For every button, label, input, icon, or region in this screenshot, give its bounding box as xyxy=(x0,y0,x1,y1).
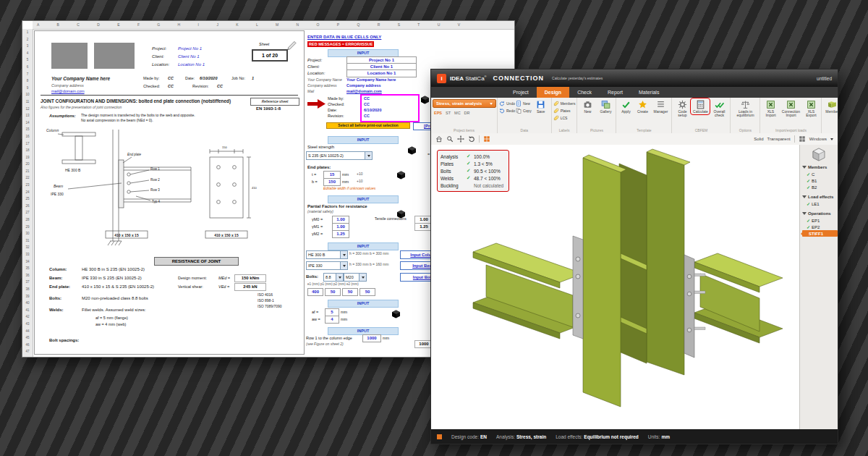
plate-width-input[interactable]: 150 xyxy=(323,178,341,186)
mode-eps[interactable]: EPS xyxy=(434,111,442,115)
view-toolbar: Solid Transparent Windows xyxy=(431,133,838,145)
gallery-button[interactable]: Gallery xyxy=(597,99,614,114)
tag-icon xyxy=(553,108,559,114)
row1-edge-input[interactable]: 1000 xyxy=(362,334,381,342)
tree-item-member-c[interactable]: ✓C xyxy=(800,171,838,177)
overall-check-button[interactable]: Overall check xyxy=(710,99,728,118)
company-address-input[interactable]: Company address xyxy=(346,83,381,88)
solid-view-button[interactable]: Solid xyxy=(754,137,763,141)
scales-icon xyxy=(741,100,750,109)
spacing-2-input[interactable]: 50 xyxy=(325,288,341,296)
plates-labels-toggle[interactable]: Plates xyxy=(553,108,576,114)
ribbon: Stress, strain analysis EPS ST MC DR Pro… xyxy=(431,98,838,134)
transparent-view-button[interactable]: Transparent xyxy=(767,137,791,141)
tree-section-members[interactable]: Members xyxy=(800,164,838,171)
bolt-size-dropdown[interactable]: M20 xyxy=(344,273,367,282)
redo-button[interactable]: Redo xyxy=(499,108,515,114)
members-labels-toggle[interactable]: Members xyxy=(553,101,576,106)
pan-icon[interactable] xyxy=(457,135,464,143)
tree-item-member-b2[interactable]: ✓B2 xyxy=(800,184,838,190)
code-setup-button[interactable]: Code setup xyxy=(673,99,691,118)
gm0-label: γM0 = xyxy=(312,217,323,221)
zoom-icon[interactable] xyxy=(446,135,454,143)
mail-input[interactable]: mail@domain.com xyxy=(346,89,382,93)
beam-section-dropdown[interactable]: IPE 330 xyxy=(306,261,348,270)
tab-check[interactable]: Check xyxy=(569,87,600,98)
copy-button[interactable]: Copy xyxy=(516,108,532,114)
tree-item-ep2[interactable]: ✓EP2 xyxy=(800,224,838,230)
undo-button[interactable]: Undo xyxy=(499,101,515,106)
tab-materials[interactable]: Materials xyxy=(631,87,667,98)
company-name-input[interactable]: Your Company Name here xyxy=(346,77,396,82)
xls-import-icon xyxy=(766,100,775,109)
create-template-button[interactable]: Create xyxy=(634,99,650,114)
view-cube-icon[interactable] xyxy=(812,148,826,162)
tree-section-load-effects[interactable]: Load effects xyxy=(800,193,838,200)
analysis-type-dropdown[interactable]: Stress, strain analysis xyxy=(433,99,496,108)
mode-dr[interactable]: DR xyxy=(464,111,470,115)
row1-label: Row 1 xyxy=(150,167,160,171)
chevron-down-icon xyxy=(802,212,807,215)
tab-project[interactable]: Project xyxy=(505,87,537,98)
xls-import-button[interactable]: XLS Import xyxy=(762,99,779,118)
tab-design[interactable]: Design xyxy=(537,87,569,98)
column-label: Column xyxy=(46,128,59,132)
spacing-3-input[interactable]: 50 xyxy=(342,288,358,296)
picture-new-button[interactable]: New xyxy=(579,99,596,114)
date-label: Date: xyxy=(185,76,195,80)
panel-project-label: Project: xyxy=(307,58,322,63)
lcs-labels-toggle[interactable]: LCS xyxy=(553,115,576,121)
tree-item-le1[interactable]: ✓LE1 xyxy=(800,200,838,207)
checked-input[interactable]: CC xyxy=(364,102,370,106)
steel-strength-dropdown[interactable]: S 235 (EN 10025-2) xyxy=(306,151,373,160)
date-input[interactable]: 6/10/2020 xyxy=(364,108,381,112)
check-icon: ✓ xyxy=(467,153,474,159)
new-button[interactable]: New xyxy=(516,101,532,106)
tree-item-stiff1[interactable]: STIFF1 xyxy=(802,230,838,237)
made-by-input[interactable]: CC xyxy=(364,96,370,101)
new-member-button[interactable]: Member xyxy=(823,99,838,114)
bolt-grade-dropdown[interactable]: 8.8 xyxy=(323,273,344,282)
connection-import-button[interactable]: Connection Import xyxy=(780,99,801,118)
check-icon: ✓ xyxy=(807,218,810,223)
spacing-1-input[interactable]: 400 xyxy=(307,288,323,296)
tree-item-member-b1[interactable]: ✓B1 xyxy=(800,177,838,184)
check-icon: ✓ xyxy=(807,178,810,183)
spacing-4-input[interactable]: 50 xyxy=(359,288,375,296)
home-view-icon[interactable] xyxy=(435,135,443,143)
group-label-labels: Labels xyxy=(552,128,577,132)
tree-item-ep1[interactable]: ✓EP1 xyxy=(800,217,838,224)
company-mail[interactable]: mail@domain.com xyxy=(51,89,85,93)
apply-template-button[interactable]: Apply xyxy=(618,99,634,114)
mode-mc[interactable]: MC xyxy=(454,111,461,115)
reference-sheet-label: Reference sheet xyxy=(250,98,299,106)
group-label-new: New xyxy=(822,128,838,132)
location-input[interactable]: Location No 1 xyxy=(346,69,417,77)
loads-equilibrium-toggle[interactable]: Loads in equilibrium xyxy=(732,99,758,118)
template-manager-button[interactable]: Manager xyxy=(651,99,670,114)
weld-web-input[interactable]: 4 xyxy=(325,316,339,324)
dim-width: 150 xyxy=(222,145,227,149)
status-accent-icon xyxy=(437,434,442,439)
gm2-input[interactable]: 1.25 xyxy=(332,230,349,238)
windows-menu[interactable]: Windows xyxy=(809,137,827,141)
column-section-dropdown[interactable]: HE 300 B xyxy=(306,250,348,259)
viewport-3d[interactable]: Analysis ✓ 100.0% Plates ✓ 1.3 < 5% Bolt… xyxy=(431,145,800,429)
new-page-icon xyxy=(516,101,522,106)
beam-section-label: IPE 330 xyxy=(51,192,64,196)
res-plate-value: 410 x 150 x 15 & S 235 (EN 10025-2) xyxy=(82,284,154,290)
section-icon[interactable] xyxy=(483,135,490,143)
calculate-button[interactable]: Calculate xyxy=(692,99,709,114)
xls-export-button[interactable]: XLS Export xyxy=(802,99,820,118)
save-button[interactable]: Save xyxy=(532,99,550,114)
note-red-messages: RED MESSAGES = ERROR/ISSUE xyxy=(307,41,374,47)
tab-report[interactable]: Report xyxy=(600,87,631,98)
group-labels: Members Plates LCS Labels xyxy=(552,98,578,133)
sheet-label: Sheet xyxy=(259,42,269,46)
tree-section-operations[interactable]: Operations xyxy=(800,210,838,217)
revision-input[interactable]: CC xyxy=(364,114,370,118)
camera-icon xyxy=(583,100,592,109)
mode-st[interactable]: ST xyxy=(446,111,451,115)
rotate-icon[interactable] xyxy=(468,135,475,143)
select-all-button[interactable]: Select all before print-out selection xyxy=(326,122,410,129)
